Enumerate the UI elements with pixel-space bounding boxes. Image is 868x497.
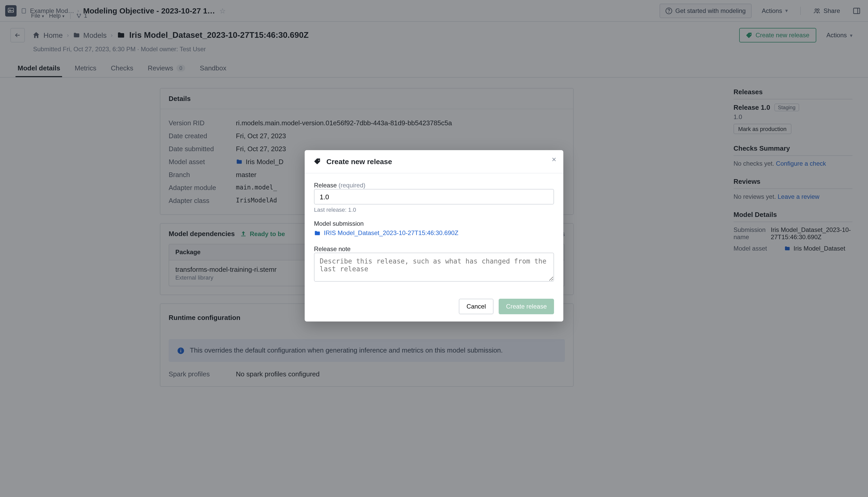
model-submission-link[interactable]: IRIS Model_Dataset_2023-10-27T15:46:30.6… (314, 229, 458, 237)
release-note-textarea[interactable] (314, 252, 554, 281)
svg-point-17 (319, 160, 320, 161)
release-note-label: Release note (314, 245, 554, 252)
modal-title: Create new release (326, 157, 392, 166)
folder-icon (314, 230, 321, 236)
release-field-label: Release (314, 182, 337, 189)
close-icon (551, 156, 557, 162)
release-input[interactable] (314, 189, 554, 204)
close-modal-button[interactable] (551, 156, 557, 162)
create-release-submit-button[interactable]: Create release (499, 298, 554, 314)
create-release-modal: Create new release Release (required) La… (305, 150, 563, 321)
model-submission-label: Model submission (314, 220, 554, 227)
cancel-button[interactable]: Cancel (459, 298, 494, 314)
required-label: (required) (339, 182, 366, 189)
tag-icon (314, 158, 321, 165)
last-release-helper: Last release: 1.0 (314, 207, 554, 213)
modal-overlay[interactable]: Create new release Release (required) La… (0, 0, 868, 497)
